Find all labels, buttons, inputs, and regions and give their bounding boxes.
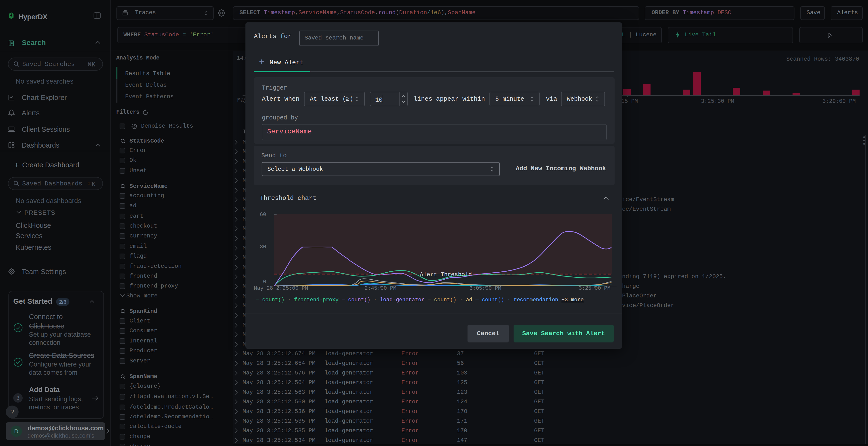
svg-text:Alert Threshold: Alert Threshold	[420, 271, 472, 278]
